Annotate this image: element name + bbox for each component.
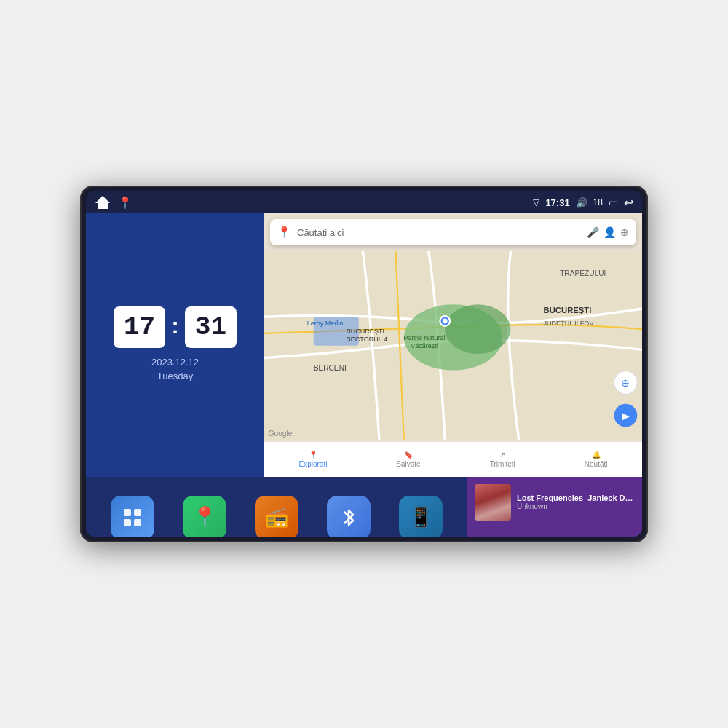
- map-search-placeholder[interactable]: Căutați aici: [297, 227, 581, 238]
- clock-panel: 17 : 31 2023.12.12 Tuesday: [86, 213, 264, 477]
- music-play-pause-button[interactable]: ⏸: [540, 531, 569, 537]
- battery-icon: ▭: [609, 197, 618, 208]
- bluetooth-icon: [327, 496, 371, 537]
- svg-text:Leroy Merlin: Leroy Merlin: [307, 320, 344, 327]
- main-content: 17 : 31 2023.12.12 Tuesday 📍 Căutați aic…: [86, 213, 642, 537]
- map-search-bar[interactable]: 📍 Căutați aici 🎤 👤 ⊕: [270, 219, 636, 245]
- map-nav-send[interactable]: ↗ Trimiteți: [490, 451, 515, 468]
- map-pin-icon: 📍: [277, 226, 291, 239]
- svg-text:▶: ▶: [622, 411, 630, 422]
- layers-icon[interactable]: ⊕: [620, 226, 629, 238]
- music-prev-button[interactable]: ⏮: [487, 531, 516, 537]
- map-nav-saved[interactable]: 🔖 Salvate: [396, 451, 420, 468]
- car-display-device: 📍 ▽ 17:31 🔊 18 ▭ ↩ 17 : 31: [80, 186, 648, 542]
- map-nav-explore[interactable]: 📍 Explorați: [298, 451, 327, 468]
- bottom-panels: Apps 📍 Maps 📻 radio: [86, 477, 642, 537]
- map-search-actions: 🎤 👤 ⊕: [587, 226, 629, 238]
- svg-text:TRAPEZULUI: TRAPEZULUI: [560, 269, 606, 277]
- account-icon[interactable]: 👤: [604, 226, 616, 238]
- svg-text:BUCUREȘTI: BUCUREȘTI: [544, 306, 592, 314]
- app-item-radio[interactable]: 📻 radio: [255, 496, 298, 537]
- apps-panel: Apps 📍 Maps 📻 radio: [86, 477, 467, 537]
- svg-text:SECTORUL 4: SECTORUL 4: [347, 336, 387, 343]
- apps-icon: [111, 496, 154, 537]
- back-button[interactable]: ↩: [624, 196, 633, 210]
- svg-text:Văcărești: Văcărești: [411, 342, 438, 349]
- status-bar: 📍 ▽ 17:31 🔊 18 ▭ ↩: [86, 191, 642, 213]
- clock-minutes: 31: [185, 306, 237, 348]
- clock-date: 2023.12.12 Tuesday: [151, 355, 199, 384]
- volume-icon: 🔊: [576, 197, 587, 208]
- music-title: Lost Frequencies_Janieck Devy-...: [517, 494, 635, 502]
- svg-point-2: [445, 304, 510, 354]
- svg-rect-20: [124, 509, 131, 516]
- status-right-icons: ▽ 17:31 🔊 18 ▭ ↩: [533, 196, 633, 210]
- music-info: Lost Frequencies_Janieck Devy-... Unknow…: [475, 484, 635, 521]
- music-panel: Lost Frequencies_Janieck Devy-... Unknow…: [467, 477, 642, 537]
- map-body: TRAPEZULUI BUCUREȘTI JUDEȚUL ILFOV BERCE…: [264, 250, 642, 442]
- map-svg: TRAPEZULUI BUCUREȘTI JUDEȚUL ILFOV BERCE…: [264, 250, 642, 442]
- map-bottom-bar: 📍 Explorați 🔖 Salvate ↗ Trimiteți 🔔: [264, 442, 642, 477]
- app-item-maps[interactable]: 📍 Maps: [183, 496, 226, 537]
- svg-rect-21: [134, 509, 141, 516]
- svg-text:BERCENI: BERCENI: [314, 364, 347, 372]
- app-item-carlink[interactable]: 📱 Car Link 2.0: [399, 496, 443, 537]
- top-panels: 17 : 31 2023.12.12 Tuesday 📍 Căutați aic…: [86, 213, 642, 477]
- svg-point-15: [443, 319, 448, 324]
- music-thumbnail: [475, 484, 511, 521]
- svg-text:⊕: ⊕: [621, 378, 630, 389]
- map-nav-news[interactable]: 🔔 Noutăți: [585, 451, 608, 468]
- music-next-button[interactable]: ⏭: [593, 531, 622, 537]
- svg-text:BUCUREȘTI: BUCUREȘTI: [347, 328, 384, 335]
- clock-hours: 17: [114, 306, 165, 348]
- signal-icon: ▽: [533, 197, 539, 207]
- maps-shortcut-icon[interactable]: 📍: [118, 196, 132, 210]
- svg-text:Parcul Natural: Parcul Natural: [403, 334, 445, 341]
- svg-text:JUDEȚUL ILFOV: JUDEȚUL ILFOV: [544, 320, 594, 327]
- music-controls: ⏮ ⏸ ⏭: [475, 525, 635, 537]
- svg-rect-22: [124, 519, 131, 526]
- svg-rect-23: [134, 519, 141, 526]
- mic-icon[interactable]: 🎤: [587, 226, 599, 238]
- radio-icon: 📻: [255, 496, 298, 537]
- clock-colon: :: [171, 312, 179, 339]
- carlink-icon: 📱: [399, 496, 443, 537]
- status-time: 17:31: [545, 197, 569, 208]
- svg-text:Google: Google: [269, 430, 293, 438]
- status-left-icons: 📍: [95, 196, 132, 210]
- music-artist: Unknown: [517, 502, 635, 510]
- clock-display: 17 : 31: [114, 306, 237, 348]
- music-details: Lost Frequencies_Janieck Devy-... Unknow…: [517, 494, 635, 510]
- maps-icon: 📍: [183, 496, 226, 537]
- home-button[interactable]: [95, 196, 111, 209]
- car-screen: 📍 ▽ 17:31 🔊 18 ▭ ↩ 17 : 31: [86, 191, 642, 537]
- app-item-apps[interactable]: Apps: [111, 496, 154, 537]
- battery-level: 18: [593, 197, 603, 207]
- app-item-bluetooth[interactable]: Bluetooth: [327, 496, 371, 537]
- map-panel[interactable]: 📍 Căutați aici 🎤 👤 ⊕: [264, 213, 642, 477]
